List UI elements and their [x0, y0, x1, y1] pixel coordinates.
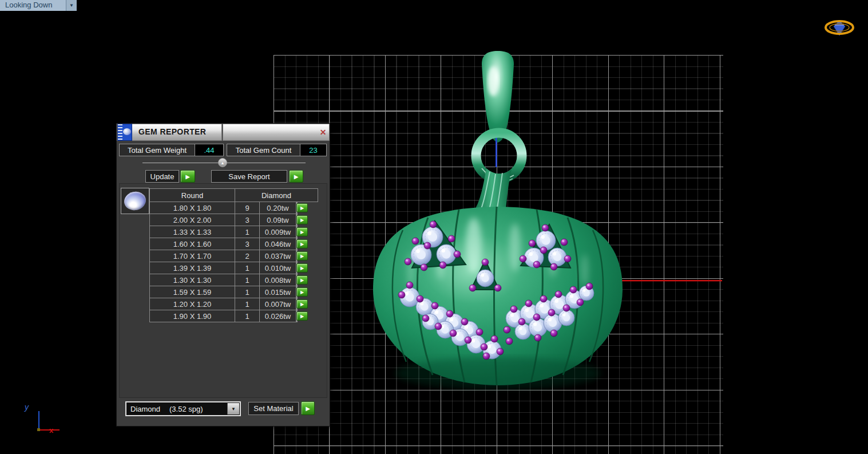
update-button[interactable]: Update	[145, 170, 179, 183]
dialog-titlebar-right[interactable]	[223, 124, 330, 141]
gem-size-cell: 1.59 X 1.59	[150, 286, 235, 298]
row-run-button[interactable]: ▶	[296, 299, 308, 309]
gem-size-cell: 1.80 X 1.80	[150, 202, 235, 214]
table-row[interactable]: 2.00 X 2.00 3 0.09tw	[150, 214, 297, 226]
gem-table-header: Round Diamond	[149, 188, 318, 202]
save-report-button[interactable]: Save Report	[211, 170, 287, 183]
gem-count-cell: 1	[235, 262, 259, 274]
total-gem-count-label: Total Gem Count	[227, 144, 300, 156]
table-row[interactable]: 1.33 X 1.33 1 0.009tw	[150, 226, 297, 238]
axis-x-label: x	[49, 426, 54, 435]
table-row[interactable]: 1.90 X 1.90 1 0.026tw	[150, 310, 297, 322]
total-gem-count-value: 23	[300, 144, 327, 156]
dialog-title: GEM REPORTER	[138, 127, 206, 136]
gem-size-cell: 1.60 X 1.60	[150, 238, 235, 250]
gem-count-cell: 2	[235, 250, 259, 262]
table-row[interactable]: 1.80 X 1.80 9 0.20tw	[150, 202, 297, 214]
row-run-button[interactable]: ▶	[296, 287, 308, 297]
row-run-button[interactable]: ▶	[296, 275, 308, 285]
gem-count-cell: 1	[235, 310, 259, 322]
row-run-button[interactable]: ▶	[296, 239, 308, 248]
viewport-title-tab[interactable]: Looking Down ▼	[0, 0, 77, 11]
axis-gizmo: y x	[24, 402, 60, 435]
gem-weight-cell: 0.009tw	[260, 226, 296, 238]
gem-size-cell: 1.39 X 1.39	[150, 262, 235, 274]
gem-weight-cell: 0.015tw	[260, 286, 296, 298]
set-material-button[interactable]: Set Material	[248, 402, 299, 415]
row-run-button[interactable]: ▶	[296, 311, 308, 321]
row-run-button[interactable]: ▶	[296, 251, 308, 260]
gem-count-cell: 1	[235, 274, 259, 286]
gem-size-cell: 1.20 X 1.20	[150, 298, 235, 310]
chevron-down-icon[interactable]: ▼	[227, 403, 239, 414]
gem-size-cell: 1.70 X 1.70	[150, 250, 235, 262]
gem-weight-cell: 0.010tw	[260, 262, 296, 274]
material-dropdown-value: Diamond	[126, 405, 169, 413]
gem-count-cell: 3	[235, 238, 259, 250]
table-row[interactable]: 1.20 X 1.20 1 0.007tw	[150, 298, 297, 310]
gem-count-cell: 3	[235, 214, 259, 226]
gem-weight-cell: 0.037tw	[260, 250, 296, 262]
shape-column-header: Round	[150, 189, 235, 202]
total-gem-weight-value: .44	[195, 144, 224, 156]
gem-weight-cell: 0.09tw	[260, 214, 296, 226]
save-report-run-button[interactable]: ▶	[289, 170, 303, 183]
viewport-menu-arrow-icon[interactable]: ▼	[66, 0, 77, 11]
gem-size-cell: 1.33 X 1.33	[150, 226, 235, 238]
gem-count-cell: 1	[235, 226, 259, 238]
row-run-button[interactable]: ▶	[296, 215, 308, 224]
gem-weight-cell: 0.007tw	[260, 298, 296, 310]
gem-reporter-dialog: GEM REPORTER ✕ Total Gem Weight .44 Tota…	[116, 123, 330, 427]
table-row[interactable]: 1.70 X 1.70 2 0.037tw	[150, 250, 297, 262]
set-material-run-button[interactable]: ▶	[301, 401, 315, 415]
gem-table-body: 1.80 X 1.80 9 0.20tw 2.00 X 2.00 3 0.09t…	[149, 202, 298, 322]
close-icon[interactable]: ✕	[318, 127, 328, 137]
viewport-title[interactable]: Looking Down	[0, 0, 66, 11]
gem-reporter-icon	[117, 124, 132, 141]
material-dropdown[interactable]: Diamond (3.52 spg) ▼	[125, 401, 241, 416]
total-gem-weight-label: Total Gem Weight	[119, 144, 195, 156]
axis-y-label: y	[24, 402, 29, 412]
gem-thumbnail	[121, 188, 149, 214]
gem-weight-cell: 0.046tw	[260, 238, 296, 250]
row-run-button[interactable]: ▶	[296, 227, 308, 236]
view-orientation-icon[interactable]	[826, 21, 853, 35]
gem-size-cell: 1.30 X 1.30	[150, 274, 235, 286]
table-row[interactable]: 1.59 X 1.59 1 0.015tw	[150, 286, 297, 298]
gem-weight-cell: 0.20tw	[260, 202, 296, 214]
row-run-button[interactable]: ▶	[296, 203, 308, 212]
round-gem-image	[122, 190, 148, 212]
table-row[interactable]: 1.30 X 1.30 1 0.008tw	[150, 274, 297, 286]
pumpkin-pendant-model[interactable]	[373, 51, 623, 389]
table-row[interactable]: 1.39 X 1.39 1 0.010tw	[150, 262, 297, 274]
update-run-button[interactable]: ▶	[180, 170, 195, 183]
gem-size-cell: 1.90 X 1.90	[150, 310, 235, 322]
gem-count-cell: 1	[235, 298, 259, 310]
gem-size-cell: 2.00 X 2.00	[150, 214, 235, 226]
gem-count-cell: 9	[235, 202, 259, 214]
material-dropdown-density: (3.52 spg)	[169, 405, 203, 413]
table-row[interactable]: 1.60 X 1.60 3 0.046tw	[150, 238, 297, 250]
gem-weight-cell: 0.026tw	[260, 310, 296, 322]
gem-weight-cell: 0.008tw	[260, 274, 296, 286]
gem-count-cell: 1	[235, 286, 259, 298]
collapse-button[interactable]: ▲	[218, 158, 227, 167]
row-run-button[interactable]: ▶	[296, 263, 308, 273]
material-column-header: Diamond	[235, 189, 318, 202]
